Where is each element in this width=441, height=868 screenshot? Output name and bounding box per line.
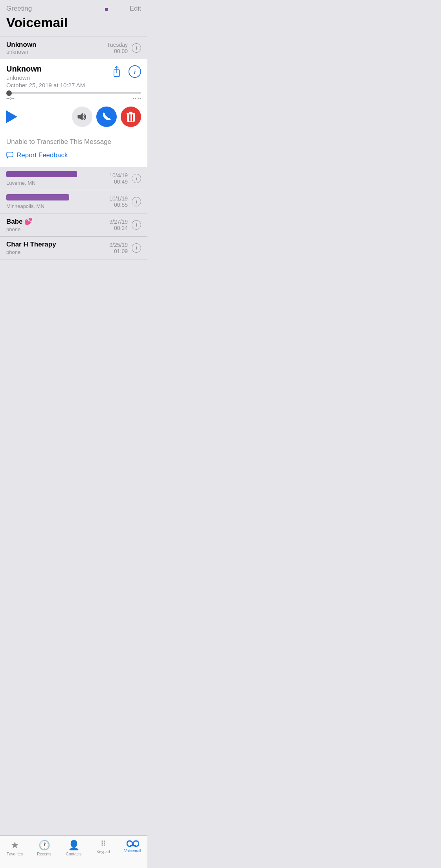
list-item-name — [6, 194, 69, 202]
list-item-duration: 00:49 — [109, 178, 128, 185]
preview-date-time: Tuesday 00:00 — [107, 42, 128, 54]
list-item-duration: 00:55 — [109, 202, 128, 208]
svg-rect-8 — [127, 113, 135, 114]
list-item-left: Minneapolis, MN — [6, 194, 69, 209]
playback-controls — [6, 107, 141, 127]
call-icon — [101, 112, 112, 122]
notification-dot — [105, 8, 108, 11]
trash-icon — [126, 111, 136, 122]
card-date: October 25, 2019 at 10:27 AM — [6, 82, 85, 88]
list-item[interactable]: Luverne, MN 10/4/19 00:49 i — [0, 167, 147, 190]
list-item-date-col: 9/27/19 00:24 — [109, 219, 128, 231]
list-item-location: Luverne, MN — [6, 180, 77, 186]
progress-bar — [6, 92, 141, 94]
preview-time: 00:00 — [107, 48, 128, 54]
list-item-duration: 00:24 — [109, 225, 128, 231]
svg-rect-9 — [129, 112, 132, 113]
list-item-date-col: 9/25/19 01:09 — [109, 242, 128, 254]
first-voicemail-preview[interactable]: Unknown unknown Tuesday 00:00 i — [0, 37, 147, 59]
card-info: Unknown unknown October 25, 2019 at 10:2… — [6, 64, 85, 88]
list-item-date-col: 10/1/19 00:55 — [109, 195, 128, 208]
list-item-location: Minneapolis, MN — [6, 203, 69, 209]
report-feedback-label: Report Feedback — [17, 151, 68, 159]
list-item-date: 10/4/19 — [109, 172, 128, 178]
call-button[interactable] — [96, 107, 117, 127]
greeting-button[interactable]: Greeting — [6, 5, 32, 13]
transcription-area: Unable to Transcribe This Message Report… — [6, 135, 141, 159]
list-item-date-col: 10/4/19 00:49 — [109, 172, 128, 185]
list-item-date: 10/1/19 — [109, 195, 128, 202]
edit-button[interactable]: Edit — [130, 5, 141, 13]
list-item-info-icon[interactable]: i — [132, 243, 141, 253]
voicemail-list: Luverne, MN 10/4/19 00:49 i Minneapolis,… — [0, 167, 147, 259]
progress-times: --:-- --:-- — [6, 95, 141, 101]
list-item-left: Luverne, MN — [6, 171, 77, 186]
preview-left: Unknown unknown — [6, 41, 37, 55]
play-button[interactable] — [6, 110, 17, 123]
time-remaining: --:-- — [133, 95, 141, 101]
report-feedback-button[interactable]: Report Feedback — [6, 151, 68, 159]
list-item-location: phone — [6, 226, 33, 232]
speaker-icon — [77, 112, 87, 121]
redacted-name-1 — [6, 171, 77, 177]
page-title: Voicemail — [6, 13, 141, 33]
card-name: Unknown — [6, 64, 85, 74]
header: Greeting Edit Voicemail — [0, 0, 147, 37]
list-item-name: Char H Therapy — [6, 241, 56, 248]
transcription-text: Unable to Transcribe This Message — [6, 138, 141, 146]
list-item[interactable]: Minneapolis, MN 10/1/19 00:55 i — [0, 190, 147, 213]
list-item-date: 9/25/19 — [109, 242, 128, 248]
list-item-name — [6, 171, 77, 179]
play-icon — [6, 110, 17, 123]
list-item-date: 9/27/19 — [109, 219, 128, 225]
delete-button[interactable] — [121, 107, 141, 127]
list-item-location: phone — [6, 249, 56, 255]
progress-container[interactable]: --:-- --:-- — [6, 92, 141, 101]
list-item-name: Babe 💕 — [6, 217, 33, 226]
list-item[interactable]: Babe 💕 phone 9/27/19 00:24 i — [0, 213, 147, 237]
preview-right: Tuesday 00:00 i — [107, 42, 141, 54]
progress-handle[interactable] — [6, 90, 12, 96]
list-item[interactable]: Char H Therapy phone 9/25/19 01:09 i — [0, 237, 147, 259]
preview-sub: unknown — [6, 49, 37, 55]
share-button[interactable] — [110, 64, 124, 79]
list-item-info-icon[interactable]: i — [132, 174, 141, 183]
preview-name: Unknown — [6, 41, 37, 49]
list-item-info-icon[interactable]: i — [132, 220, 141, 230]
list-item-left: Char H Therapy phone — [6, 241, 56, 255]
list-item-right: 10/4/19 00:49 i — [109, 172, 141, 185]
voicemail-card: Unknown unknown October 25, 2019 at 10:2… — [0, 59, 147, 167]
svg-rect-10 — [7, 152, 13, 157]
svg-marker-2 — [78, 113, 83, 120]
card-sub: unknown — [6, 74, 85, 81]
time-elapsed: --:-- — [6, 95, 15, 101]
list-item-left: Babe 💕 phone — [6, 217, 33, 232]
main-scroll[interactable]: Greeting Edit Voicemail Unknown unknown … — [0, 0, 147, 289]
list-item-duration: 01:09 — [109, 248, 128, 254]
preview-date: Tuesday — [107, 42, 128, 48]
card-top: Unknown unknown October 25, 2019 at 10:2… — [6, 64, 141, 88]
card-actions: i — [110, 64, 141, 79]
list-item-right: 9/25/19 01:09 i — [109, 242, 141, 254]
list-item-right: 10/1/19 00:55 i — [109, 195, 141, 208]
speaker-button[interactable] — [72, 107, 92, 127]
list-item-info-icon[interactable]: i — [132, 197, 141, 206]
list-item-right: 9/27/19 00:24 i — [109, 219, 141, 231]
preview-info-icon[interactable]: i — [132, 43, 141, 53]
report-feedback-icon — [6, 152, 14, 159]
card-info-icon[interactable]: i — [129, 65, 141, 78]
redacted-name-2 — [6, 194, 69, 200]
